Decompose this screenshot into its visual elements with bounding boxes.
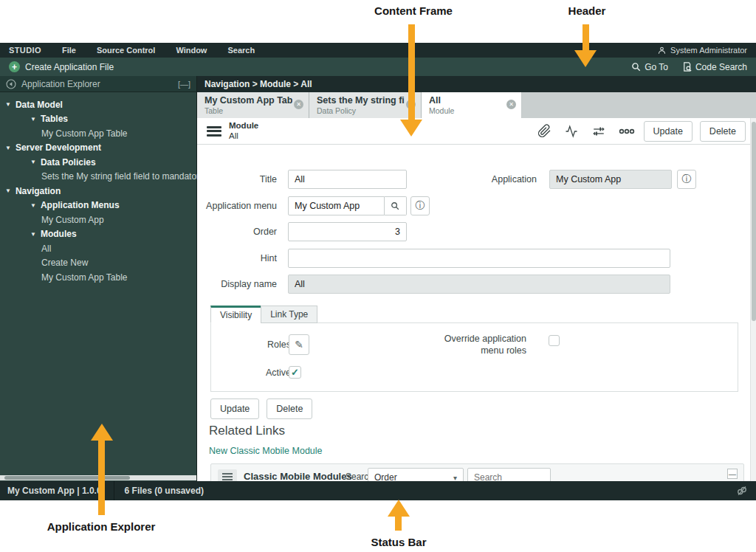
explorer-collapse-toggle[interactable]: [—] xyxy=(178,80,190,89)
app-name-version: My Custom App | 1.0.0 xyxy=(0,486,109,496)
content-frame: Navigation > Module > All My Custom App … xyxy=(197,76,756,481)
tree-item-label: My Custom App xyxy=(41,215,104,225)
close-tab-icon[interactable]: ✕ xyxy=(294,100,303,109)
list-context-menu-icon[interactable] xyxy=(218,469,237,481)
delete-button[interactable]: Delete xyxy=(700,121,746,142)
scrollbar-thumb[interactable] xyxy=(4,476,130,480)
header-bar: + Create Application File Go To Code Sea… xyxy=(0,58,756,76)
search-column-dropdown[interactable]: Order ▾ xyxy=(368,468,464,481)
tree-item-label: Data Policies xyxy=(41,157,96,168)
code-search-label: Code Search xyxy=(695,62,747,72)
scrollbar-thumb[interactable] xyxy=(752,122,756,321)
content-tab-my-custom-app-table[interactable]: My Custom App TableTable✕ xyxy=(197,92,309,118)
caret-down-icon[interactable]: ▼ xyxy=(30,116,36,123)
more-options-icon[interactable] xyxy=(619,128,635,135)
tree-item-label: Server Development xyxy=(16,142,101,153)
content-vertical-scrollbar[interactable] xyxy=(750,118,756,481)
application-info-button[interactable]: ⓘ xyxy=(677,170,696,189)
tree-item-sets-the-my-string-field-field-to-mandatory[interactable]: Sets the My string field field to mandat… xyxy=(0,170,196,184)
tree-item-data-model[interactable]: ▼Data Model xyxy=(0,97,196,112)
tree-item-data-policies[interactable]: ▼Data Policies xyxy=(0,155,196,170)
update-button[interactable]: Update xyxy=(644,121,693,142)
go-to-button[interactable]: Go To xyxy=(631,62,668,72)
order-label: Order xyxy=(197,222,277,241)
sync-status[interactable] xyxy=(735,484,756,497)
tree-item-modules[interactable]: ▼Modules xyxy=(0,227,196,242)
tree-item-application-menus[interactable]: ▼Application Menus xyxy=(0,199,196,213)
caret-down-icon[interactable]: ▼ xyxy=(5,101,11,108)
list-search-input[interactable] xyxy=(467,468,551,481)
edit-roles-pencil-button[interactable]: ✎ xyxy=(289,334,309,355)
tab-subtitle: Table xyxy=(205,106,292,115)
caret-down-icon[interactable]: ▼ xyxy=(5,145,11,151)
title-input[interactable] xyxy=(288,170,407,189)
form-header-buttons: Update Delete xyxy=(644,121,746,142)
caret-down-icon[interactable]: ▼ xyxy=(30,202,36,209)
caret-down-icon[interactable]: ▼ xyxy=(30,231,36,238)
tab-title: All xyxy=(429,95,505,106)
tree-item-create-new[interactable]: Create New xyxy=(0,256,196,271)
application-menu-input[interactable] xyxy=(288,196,385,215)
section-tab-visibility[interactable]: Visibility xyxy=(210,306,261,323)
status-divider xyxy=(114,481,114,500)
caret-down-icon[interactable]: ▼ xyxy=(5,187,11,194)
personalize-form-icon[interactable] xyxy=(591,125,606,138)
override-application-menu-roles-label: Override application menu roles xyxy=(436,333,526,356)
create-application-file-label: Create Application File xyxy=(25,62,114,72)
tree-item-label: My Custom App Table xyxy=(41,128,128,139)
application-menu-label: Application menu xyxy=(197,196,277,215)
tree-item-label: Sets the My string field field to mandat… xyxy=(41,171,204,182)
reference-lookup-button[interactable] xyxy=(385,196,407,215)
code-search-button[interactable]: Code Search xyxy=(681,61,747,72)
annotation-content-frame: Content Frame xyxy=(354,4,472,17)
application-menu-row: Application menu ⓘ xyxy=(197,196,750,215)
active-checkbox[interactable]: ✓ xyxy=(289,366,301,379)
tree-item-server-development[interactable]: ▼Server Development xyxy=(0,141,196,156)
content-tab-all[interactable]: AllModule✕ xyxy=(422,92,522,118)
caret-down-icon[interactable]: ▼ xyxy=(30,159,36,165)
form-context-menu-icon[interactable] xyxy=(207,126,221,137)
section-tabs: VisibilityLink Type xyxy=(210,306,317,323)
tree-item-navigation[interactable]: ▼Navigation xyxy=(0,184,196,199)
override-application-menu-roles-checkbox[interactable] xyxy=(549,335,560,346)
explorer-header: Application Explorer [—] xyxy=(0,76,196,92)
new-classic-mobile-module-link[interactable]: New Classic Mobile Module xyxy=(209,446,323,456)
annotation-application-explorer: Application Explorer xyxy=(27,520,175,533)
search-column-value: Order xyxy=(374,472,397,481)
create-application-file-button[interactable]: + Create Application File xyxy=(0,58,123,76)
tree-item-my-custom-app-table[interactable]: My Custom App Table xyxy=(0,126,196,141)
menu-item-file[interactable]: File xyxy=(52,43,86,58)
tree-item-tables[interactable]: ▼Tables xyxy=(0,112,196,127)
tab-title: Sets the My string fi... xyxy=(317,95,405,106)
delete-button-bottom[interactable]: Delete xyxy=(267,399,312,419)
studio-window: STUDIOFileSource ControlWindowSearch Sys… xyxy=(0,43,756,500)
tree-item-my-custom-app-table[interactable]: My Custom App Table xyxy=(0,270,196,285)
tab-subtitle: Data Policy xyxy=(317,106,405,115)
menu-item-window[interactable]: Window xyxy=(165,43,217,58)
close-tab-icon[interactable]: ✕ xyxy=(506,100,516,109)
section-tab-link-type[interactable]: Link Type xyxy=(261,306,317,323)
menu-item-search[interactable]: Search xyxy=(217,43,265,58)
tree-item-all[interactable]: All xyxy=(0,241,196,256)
tree-item-my-custom-app[interactable]: My Custom App xyxy=(0,213,196,227)
display-name-row: Display name xyxy=(197,275,750,294)
search-icon xyxy=(631,62,642,72)
roles-label: Roles xyxy=(211,335,291,354)
hint-input[interactable] xyxy=(288,249,670,268)
update-button-bottom[interactable]: Update xyxy=(210,399,259,419)
activity-stream-icon[interactable] xyxy=(564,125,579,138)
attachment-paperclip-icon[interactable] xyxy=(537,124,551,138)
content-tab-sets-the-my-string-fi[interactable]: Sets the My string fi...Data Policy✕ xyxy=(309,92,422,118)
user-menu[interactable]: System Administrator xyxy=(657,46,756,55)
collapse-list-icon[interactable]: — xyxy=(727,469,738,479)
title-row: Title Application ⓘ xyxy=(197,170,750,189)
menu-item-source-control[interactable]: Source Control xyxy=(86,43,165,58)
collapse-panel-icon[interactable] xyxy=(6,79,16,89)
tree-item-label: Tables xyxy=(41,114,68,124)
menu-item-studio[interactable]: STUDIO xyxy=(0,43,52,58)
explorer-tree: ▼Data Model▼TablesMy Custom App Table▼Se… xyxy=(0,92,196,285)
code-search-icon xyxy=(681,61,693,72)
user-icon xyxy=(657,46,667,55)
order-input[interactable] xyxy=(288,222,407,241)
application-menu-info-button[interactable]: ⓘ xyxy=(410,196,430,215)
